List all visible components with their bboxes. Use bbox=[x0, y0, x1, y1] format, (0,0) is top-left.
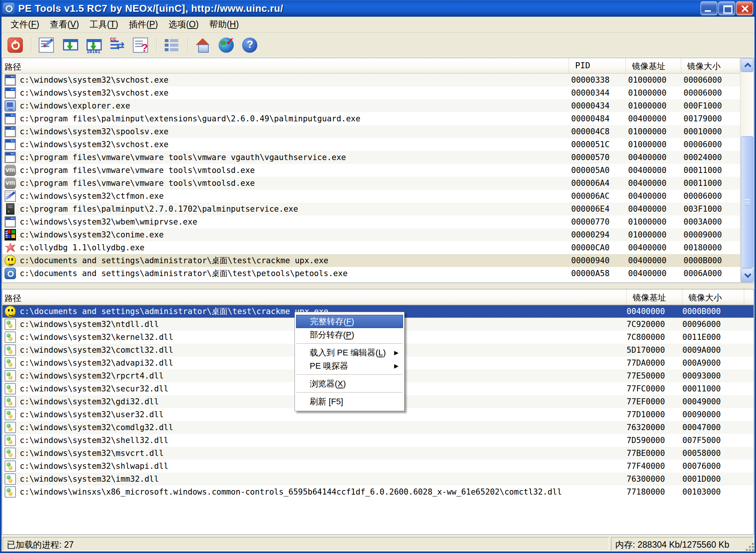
base-value: 00400000 bbox=[628, 179, 684, 188]
process-row[interactable]: c:\windows\system32\ctfmon.exe000006AC00… bbox=[2, 190, 740, 203]
scroll-up-icon[interactable] bbox=[741, 58, 753, 72]
options-list-icon bbox=[164, 38, 179, 53]
pid-value: 00000CA0 bbox=[571, 243, 628, 252]
file-path: c:\windows\system32\svchost.exe bbox=[20, 75, 169, 85]
base-value: 77180000 bbox=[627, 487, 682, 496]
process-row[interactable]: c:\program files\vmware\vmware tools\vmt… bbox=[2, 164, 740, 177]
window-icon bbox=[5, 126, 16, 137]
process-column-header-base[interactable]: 镜像基址 bbox=[626, 58, 681, 73]
computer-icon bbox=[5, 100, 16, 112]
process-row[interactable]: c:\program files\vmware\vmware tools\vmw… bbox=[2, 151, 740, 164]
ollydbg-icon bbox=[5, 242, 16, 253]
scrollbar-thumb[interactable] bbox=[741, 136, 753, 268]
process-column-header-pid[interactable]: PID bbox=[569, 58, 626, 73]
module-row[interactable]: c:\windows\system32\imm32.dll76300000000… bbox=[2, 473, 754, 485]
app-icon bbox=[3, 3, 14, 14]
process-row[interactable]: c:\program files\vmware\vmware tools\vmt… bbox=[2, 177, 740, 190]
dll-icon bbox=[5, 435, 16, 446]
process-row[interactable]: c:\documents and settings\administrator\… bbox=[2, 267, 740, 280]
size-value: 0000B000 bbox=[682, 307, 744, 316]
partial-dump-button[interactable]: 10101 bbox=[84, 36, 102, 54]
menu-tools[interactable]: 工具(T) bbox=[84, 17, 123, 32]
process-column-header-size[interactable]: 镜像大小 bbox=[681, 58, 740, 73]
file-path: c:\program files\vmware\vmware tools\vmt… bbox=[20, 166, 255, 175]
process-row[interactable]: c:\windows\system32\conime.exe0000029401… bbox=[2, 228, 740, 241]
process-row[interactable]: c:\program files\palminput\2.7.0.1702\pa… bbox=[2, 203, 740, 215]
process-row[interactable]: c:\windows\explorer.exe00000434010000000… bbox=[2, 99, 740, 112]
context-menu-separator bbox=[296, 392, 403, 393]
menu-plugins[interactable]: 插件(P) bbox=[124, 17, 164, 32]
console-windows-icon bbox=[5, 229, 16, 240]
task-refresh-button[interactable]: cc bbox=[108, 36, 126, 54]
close-button[interactable] bbox=[736, 2, 753, 15]
base-value: 01000000 bbox=[628, 217, 684, 226]
exit-button[interactable] bbox=[6, 36, 24, 54]
pid-value: 000006A4 bbox=[571, 179, 628, 188]
process-row[interactable]: c:\windows\system32\svchost.exe000003440… bbox=[2, 86, 740, 99]
menu-help[interactable]: 帮助(H) bbox=[204, 17, 244, 32]
minimize-button[interactable] bbox=[701, 2, 717, 15]
base-value: 77E50000 bbox=[627, 371, 682, 380]
maximize-button[interactable] bbox=[718, 2, 735, 15]
dll-icon bbox=[5, 383, 16, 394]
base-value: 77DA0000 bbox=[627, 358, 682, 368]
process-row[interactable]: c:\documents and settings\administrator\… bbox=[2, 254, 740, 267]
context-menu-item-browser[interactable]: 浏览器(X) bbox=[296, 377, 403, 390]
file-path: c:\windows\system32\imm32.dll bbox=[20, 474, 159, 484]
context-menu-item-load-into-pe-editor[interactable]: 载入到 PE 编辑器(L)▶ bbox=[296, 346, 403, 359]
options-list-button[interactable] bbox=[162, 36, 181, 54]
base-value: 00400000 bbox=[628, 166, 684, 175]
base-value: 76320000 bbox=[627, 423, 682, 432]
size-value: 0006A000 bbox=[684, 269, 740, 278]
pid-value: 0000051C bbox=[571, 140, 628, 149]
process-row[interactable]: c:\windows\system32\svchost.exe0000051C0… bbox=[2, 138, 740, 151]
base-value: 76300000 bbox=[627, 474, 682, 484]
window-icon bbox=[5, 216, 16, 228]
module-row[interactable]: c:\windows\winsxs\x86_microsoft.windows.… bbox=[2, 485, 754, 498]
module-column-header-size[interactable]: 镜像大小 bbox=[682, 289, 744, 305]
process-row[interactable]: c:\windows\system32\spoolsv.exe000004C80… bbox=[2, 125, 740, 138]
process-row[interactable]: c:\windows\system32\svchost.exe000003380… bbox=[2, 74, 740, 86]
petools-window: PE Tools v1.5 RC7 by NEOx/[uinC], http:/… bbox=[0, 0, 756, 553]
process-list-scrollbar[interactable] bbox=[740, 58, 754, 283]
pe-editor-button[interactable] bbox=[37, 36, 55, 54]
petools-icon bbox=[5, 268, 16, 279]
task-list-icon: cc bbox=[109, 38, 124, 53]
context-menu-item-refresh[interactable]: 刷新 [F5] bbox=[296, 395, 403, 408]
pid-value: 000004C8 bbox=[571, 127, 628, 136]
menu-view[interactable]: 查看(V) bbox=[44, 17, 84, 32]
pane-splitter[interactable] bbox=[2, 283, 754, 289]
size-value: 0003A000 bbox=[684, 217, 740, 226]
module-row[interactable]: c:\windows\system32\comdlg32.dll76320000… bbox=[2, 421, 754, 434]
context-menu-item-full-dump[interactable]: 完整转存(F) bbox=[296, 315, 403, 328]
context-menu-item-partial-dump[interactable]: 部分转存(P) bbox=[296, 328, 403, 341]
process-row[interactable]: c:\program files\palminput\extensions\gu… bbox=[2, 112, 740, 125]
dump-full-icon bbox=[62, 38, 77, 53]
module-row[interactable]: c:\windows\system32\shlwapi.dll77F400000… bbox=[2, 460, 754, 473]
resize-grip-icon[interactable] bbox=[743, 540, 754, 551]
context-menu-separator bbox=[296, 374, 403, 375]
pid-value: 00000A58 bbox=[571, 269, 628, 278]
process-row[interactable]: c:\ollydbg 1.1\ollydbg.exe00000CA0004000… bbox=[2, 241, 740, 254]
menu-options[interactable]: 选项(O) bbox=[163, 17, 204, 32]
file-path: c:\windows\system32\conime.exe bbox=[20, 230, 164, 239]
home-button[interactable] bbox=[194, 36, 212, 54]
full-dump-button[interactable] bbox=[61, 36, 79, 54]
size-value: 007F5000 bbox=[682, 436, 744, 445]
pid-value: 00000770 bbox=[571, 217, 628, 226]
module-column-header-base[interactable]: 镜像基址 bbox=[627, 289, 682, 305]
process-row[interactable]: c:\windows\system32\wbem\wmiprvse.exe000… bbox=[2, 215, 740, 228]
process-column-header-path[interactable]: 路径 bbox=[2, 58, 569, 73]
pe-sniffer-button[interactable] bbox=[131, 36, 150, 54]
about-button[interactable] bbox=[241, 36, 259, 54]
module-row[interactable]: c:\windows\system32\msvcrt.dll77BE000000… bbox=[2, 447, 754, 460]
context-menu-item-pe-sniffer[interactable]: PE 嗅探器▶ bbox=[296, 359, 403, 372]
website-button[interactable] bbox=[217, 36, 235, 54]
module-column-header-path[interactable]: 路径 bbox=[2, 289, 627, 305]
title-bar[interactable]: PE Tools v1.5 RC7 by NEOx/[uinC], http:/… bbox=[0, 0, 756, 17]
base-value: 00400000 bbox=[628, 243, 684, 252]
scroll-down-icon[interactable] bbox=[741, 269, 753, 282]
pen-document-icon bbox=[5, 190, 16, 202]
menu-file[interactable]: 文件(F) bbox=[5, 17, 44, 32]
module-row[interactable]: c:\windows\system32\shell32.dll7D5900000… bbox=[2, 434, 754, 447]
